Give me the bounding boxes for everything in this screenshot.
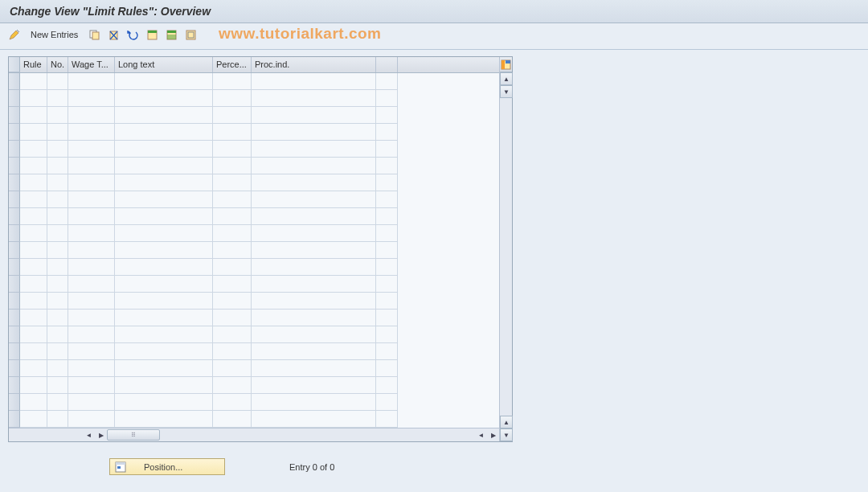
table-cell[interactable] xyxy=(47,225,68,242)
table-cell[interactable] xyxy=(20,310,47,326)
row-selector[interactable] xyxy=(9,73,20,90)
copy-icon[interactable] xyxy=(86,27,102,43)
table-cell[interactable] xyxy=(115,107,213,124)
table-cell[interactable] xyxy=(376,276,398,293)
row-selector[interactable] xyxy=(9,90,20,107)
row-selector[interactable] xyxy=(9,242,20,259)
table-cell[interactable] xyxy=(213,73,252,90)
table-cell[interactable] xyxy=(68,107,115,124)
scroll-right-end-icon[interactable]: ▶ xyxy=(487,429,499,441)
select-all-icon[interactable] xyxy=(144,27,160,43)
table-cell[interactable] xyxy=(20,73,47,90)
table-cell[interactable] xyxy=(47,90,68,107)
table-cell[interactable] xyxy=(47,73,68,90)
horizontal-scroll-thumb[interactable] xyxy=(107,429,160,441)
table-cell[interactable] xyxy=(213,107,252,124)
table-cell[interactable] xyxy=(252,377,376,394)
table-cell[interactable] xyxy=(68,310,115,326)
table-cell[interactable] xyxy=(20,259,47,276)
table-cell[interactable] xyxy=(68,73,115,90)
table-cell[interactable] xyxy=(20,141,47,158)
table-cell[interactable] xyxy=(20,343,47,360)
table-cell[interactable] xyxy=(213,343,252,360)
table-cell[interactable] xyxy=(20,293,47,310)
table-cell[interactable] xyxy=(68,141,115,158)
table-cell[interactable] xyxy=(115,158,213,174)
table-cell[interactable] xyxy=(252,276,376,293)
table-cell[interactable] xyxy=(115,377,213,394)
table-cell[interactable] xyxy=(115,343,213,360)
row-selector[interactable] xyxy=(9,276,20,293)
row-selector[interactable] xyxy=(9,208,20,225)
scroll-down-end-icon[interactable]: ▼ xyxy=(500,428,513,441)
table-cell[interactable] xyxy=(252,90,376,107)
select-block-icon[interactable] xyxy=(163,27,179,43)
table-cell[interactable] xyxy=(213,158,252,174)
table-cell[interactable] xyxy=(68,343,115,360)
row-selector[interactable] xyxy=(9,293,20,310)
table-cell[interactable] xyxy=(252,73,376,90)
column-header-proc[interactable]: Proc.ind. xyxy=(252,57,376,72)
table-cell[interactable] xyxy=(47,360,68,377)
table-cell[interactable] xyxy=(376,107,398,124)
pencil-toggle-icon[interactable] xyxy=(6,27,23,43)
table-cell[interactable] xyxy=(47,394,68,411)
table-cell[interactable] xyxy=(115,394,213,411)
table-cell[interactable] xyxy=(20,208,47,225)
table-cell[interactable] xyxy=(213,360,252,377)
select-all-rows[interactable] xyxy=(9,57,20,72)
column-header-wage[interactable]: Wage T... xyxy=(68,57,115,72)
table-cell[interactable] xyxy=(68,191,115,208)
row-selector[interactable] xyxy=(9,377,20,394)
table-cell[interactable] xyxy=(376,343,398,360)
row-selector[interactable] xyxy=(9,326,20,343)
row-selector[interactable] xyxy=(9,259,20,276)
table-cell[interactable] xyxy=(376,377,398,394)
table-cell[interactable] xyxy=(213,174,252,191)
table-cell[interactable] xyxy=(213,326,252,343)
table-cell[interactable] xyxy=(252,259,376,276)
table-cell[interactable] xyxy=(68,90,115,107)
deselect-all-icon[interactable] xyxy=(182,27,199,43)
table-cell[interactable] xyxy=(68,377,115,394)
row-selector[interactable] xyxy=(9,158,20,174)
table-cell[interactable] xyxy=(252,394,376,411)
table-cell[interactable] xyxy=(213,90,252,107)
table-cell[interactable] xyxy=(115,259,213,276)
table-cell[interactable] xyxy=(376,411,398,428)
table-cell[interactable] xyxy=(47,124,68,141)
table-cell[interactable] xyxy=(115,360,213,377)
table-cell[interactable] xyxy=(252,360,376,377)
row-selector[interactable] xyxy=(9,107,20,124)
table-cell[interactable] xyxy=(68,360,115,377)
table-cell[interactable] xyxy=(252,411,376,428)
table-cell[interactable] xyxy=(376,242,398,259)
table-cell[interactable] xyxy=(68,394,115,411)
row-selector[interactable] xyxy=(9,411,20,428)
table-cell[interactable] xyxy=(47,310,68,326)
table-cell[interactable] xyxy=(20,124,47,141)
table-cell[interactable] xyxy=(376,124,398,141)
table-cell[interactable] xyxy=(20,276,47,293)
table-cell[interactable] xyxy=(115,124,213,141)
table-cell[interactable] xyxy=(252,158,376,174)
table-cell[interactable] xyxy=(20,326,47,343)
scroll-up-icon[interactable]: ▲ xyxy=(500,72,513,85)
scroll-up-end-icon[interactable]: ▲ xyxy=(500,416,513,428)
table-cell[interactable] xyxy=(252,293,376,310)
table-cell[interactable] xyxy=(115,90,213,107)
row-selector[interactable] xyxy=(9,174,20,191)
row-selector[interactable] xyxy=(9,343,20,360)
table-cell[interactable] xyxy=(68,276,115,293)
table-cell[interactable] xyxy=(20,90,47,107)
table-cell[interactable] xyxy=(213,411,252,428)
table-cell[interactable] xyxy=(47,293,68,310)
column-header-perc[interactable]: Perce... xyxy=(213,57,252,72)
scroll-down-icon[interactable]: ▼ xyxy=(500,85,513,98)
table-cell[interactable] xyxy=(376,191,398,208)
row-selector[interactable] xyxy=(9,360,20,377)
table-cell[interactable] xyxy=(115,141,213,158)
table-cell[interactable] xyxy=(115,242,213,259)
table-cell[interactable] xyxy=(68,208,115,225)
table-cell[interactable] xyxy=(252,310,376,326)
